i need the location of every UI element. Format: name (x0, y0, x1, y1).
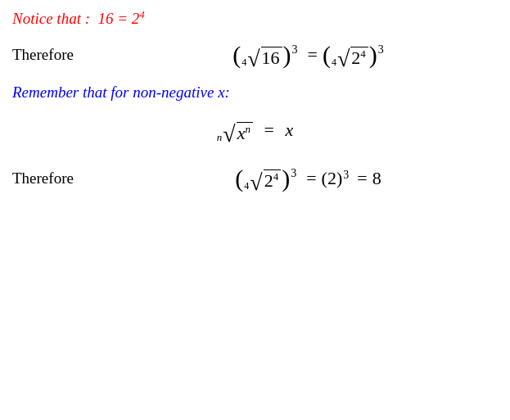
therefore-block-1: Therefore ( 4 √ 16 ) 3 = ( 4 √ 24 ) 3 (12, 43, 498, 67)
equation-area-1: ( 4 √ 16 ) 3 = ( 4 √ 24 ) 3 (119, 43, 498, 67)
therefore-block-2: Therefore ( 4 √ 24 ) 3 = (2) 3 = 8 (12, 166, 498, 191)
therefore-label-2: Therefore (12, 169, 119, 187)
notice-line: Notice that : 16 = 24 (12, 8, 498, 28)
remember-line: Remember that for non-negative x: (12, 84, 498, 102)
equation-area-2: ( 4 √ 24 ) 3 = (2) 3 = 8 (119, 166, 498, 191)
remember-text: Remember that for non-negative x: (12, 84, 230, 101)
notice-text: Notice that : 16 = 24 (12, 10, 145, 27)
identity-line: n √ xn = x (12, 118, 498, 142)
page-container: Notice that : 16 = 24 Therefore ( 4 √ 16… (12, 8, 498, 412)
therefore-label-1: Therefore (12, 46, 119, 64)
